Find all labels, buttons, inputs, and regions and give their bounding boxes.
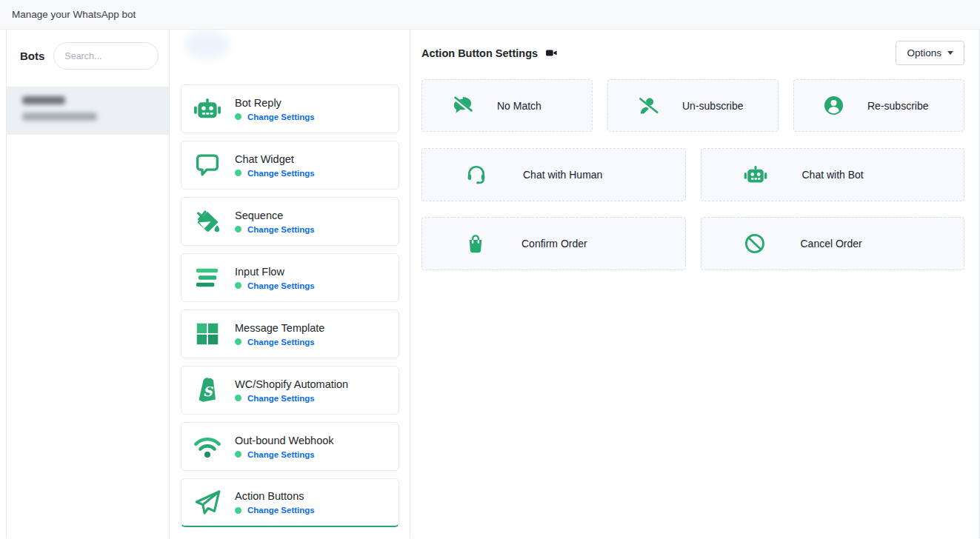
- status-dot: [235, 226, 241, 232]
- action-label: Re-subscribe: [867, 100, 928, 112]
- feature-card-message-template[interactable]: Message Template Change Settings: [181, 309, 399, 358]
- feature-title: Message Template: [235, 322, 324, 334]
- action-card-chat-with-human[interactable]: Chat with Human: [421, 148, 686, 201]
- wifi-icon: [190, 429, 224, 463]
- chat-slash-icon: [450, 93, 475, 118]
- panel-title: Action Button Settings: [421, 47, 538, 59]
- action-card-confirm-order[interactable]: Confirm Order: [421, 217, 686, 270]
- robot-icon: [190, 92, 224, 126]
- action-card-cancel-order[interactable]: Cancel Order: [701, 217, 965, 270]
- robot-icon: [743, 162, 768, 187]
- change-settings-link[interactable]: Change Settings: [247, 281, 315, 290]
- feature-title: Action Buttons: [235, 490, 315, 502]
- feature-title: Out-bound Webhook: [235, 435, 334, 446]
- action-card-chat-with-bot[interactable]: Chat with Bot: [701, 148, 965, 201]
- status-dot: [235, 113, 241, 120]
- feature-card-sequence[interactable]: Sequence Change Settings: [181, 197, 399, 246]
- shopify-bag-icon: S: [190, 373, 224, 407]
- action-label: Cancel Order: [801, 238, 862, 250]
- action-label: Confirm Order: [521, 238, 587, 250]
- grid-icon: [190, 317, 224, 351]
- person-circle-icon: [822, 94, 845, 117]
- bots-title: Bots: [20, 50, 44, 62]
- options-button[interactable]: Options: [896, 41, 964, 65]
- bots-sidebar: Bots: [7, 30, 170, 538]
- change-settings-link[interactable]: Change Settings: [247, 113, 315, 121]
- paper-plane-icon: [190, 486, 224, 520]
- feature-card-chat-widget[interactable]: Chat Widget Change Settings: [181, 141, 399, 190]
- bots-header: Bots: [7, 30, 169, 82]
- chat-bubble-icon: [190, 148, 224, 182]
- headset-icon: [464, 162, 489, 187]
- chevron-down-icon: [947, 51, 953, 55]
- change-settings-link[interactable]: Change Settings: [247, 394, 315, 403]
- action-card-unsubscribe[interactable]: Un-subscribe: [607, 79, 779, 132]
- feature-title: WC/Shopify Automation: [235, 378, 348, 390]
- feature-list: Bot Reply Change Settings Chat Widget Ch…: [170, 30, 410, 538]
- redacted-bot-name: [22, 96, 65, 104]
- feature-title: Bot Reply: [235, 97, 315, 109]
- action-button-settings-panel: Action Button Settings Options: [410, 30, 979, 538]
- main-frame: Bots: [6, 30, 980, 538]
- status-dot: [235, 507, 241, 514]
- change-settings-link[interactable]: Change Settings: [247, 169, 315, 178]
- feature-title: Input Flow: [235, 266, 315, 278]
- change-settings-link[interactable]: Change Settings: [247, 450, 315, 459]
- feature-card-input-flow[interactable]: Input Flow Change Settings: [181, 253, 399, 302]
- change-settings-link[interactable]: Change Settings: [247, 225, 315, 234]
- feature-title: Chat Widget: [235, 153, 315, 165]
- status-dot: [235, 170, 241, 176]
- video-camera-icon[interactable]: [545, 47, 558, 59]
- blurred-avatar: [185, 31, 230, 59]
- paint-bucket-icon: [190, 204, 224, 238]
- feature-title: Sequence: [235, 210, 315, 221]
- panel-header: Action Button Settings Options: [421, 41, 964, 65]
- change-settings-link[interactable]: Change Settings: [247, 338, 315, 346]
- action-label: Chat with Bot: [802, 169, 864, 181]
- svg-text:S: S: [203, 384, 213, 399]
- status-dot: [235, 282, 241, 289]
- bars-icon: [190, 261, 224, 295]
- action-label: Chat with Human: [523, 169, 602, 181]
- ban-icon: [743, 232, 767, 255]
- feature-card-bot-reply[interactable]: Bot Reply Change Settings: [181, 84, 399, 133]
- status-dot: [235, 451, 241, 458]
- action-label: No Match: [497, 100, 541, 112]
- topbar: Manage your WhatsApp bot: [0, 0, 980, 30]
- page-title: Manage your WhatsApp bot: [12, 9, 136, 20]
- bot-list-item-selected[interactable]: [7, 87, 169, 135]
- feature-card-action-buttons[interactable]: Action Buttons Change Settings: [181, 478, 399, 527]
- status-dot: [235, 338, 241, 345]
- options-label: Options: [907, 47, 941, 58]
- redacted-bot-phone: [22, 113, 97, 121]
- action-card-no-match[interactable]: No Match: [421, 79, 593, 132]
- action-label: Un-subscribe: [682, 100, 743, 112]
- person-slash-icon: [636, 94, 660, 118]
- change-settings-link[interactable]: Change Settings: [247, 506, 315, 515]
- status-dot: [235, 395, 241, 401]
- feature-card-outbound-webhook[interactable]: Out-bound Webhook Change Settings: [181, 422, 399, 471]
- bots-search-input[interactable]: [53, 42, 159, 70]
- action-card-resubscribe[interactable]: Re-subscribe: [793, 79, 964, 132]
- shopping-bag-icon: [464, 232, 487, 255]
- feature-card-wc-shopify[interactable]: S WC/Shopify Automation Change Settings: [181, 366, 399, 415]
